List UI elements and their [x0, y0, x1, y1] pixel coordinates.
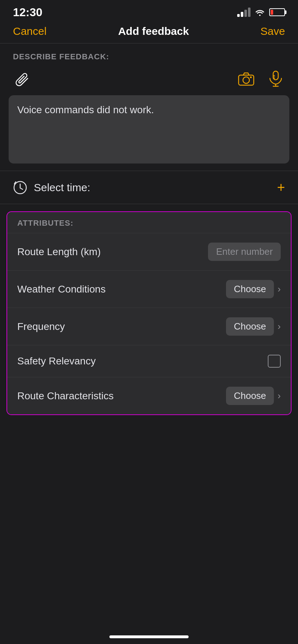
attribute-name-weather: Weather Conditions: [17, 284, 105, 295]
select-time-label: Select time:: [34, 181, 90, 194]
home-indicator: [109, 635, 189, 638]
toolbar-right: [237, 69, 285, 88]
signal-icon: [237, 8, 250, 17]
save-button[interactable]: Save: [261, 25, 285, 37]
voice-icon[interactable]: [266, 69, 285, 88]
attribute-name-frequency: Frequency: [17, 321, 65, 332]
wifi-icon: [255, 8, 265, 16]
attribute-row-route-char: Route Characteristics Choose ›: [7, 377, 291, 414]
safety-checkbox[interactable]: [268, 355, 281, 368]
battery-icon: [269, 8, 285, 16]
feedback-text-area[interactable]: Voice commands did not work.: [9, 95, 289, 164]
attachment-icon[interactable]: [13, 69, 32, 88]
chevron-right-icon: ›: [277, 284, 281, 295]
attribute-row-frequency: Frequency Choose ›: [7, 308, 291, 345]
status-bar: 12:30: [0, 0, 298, 22]
attributes-header: ATTRIBUTES:: [7, 212, 291, 233]
choose-weather-button[interactable]: Choose: [226, 280, 274, 298]
attributes-label: ATTRIBUTES:: [17, 218, 73, 227]
chevron-right-icon-3: ›: [277, 390, 281, 401]
attribute-row-weather: Weather Conditions Choose ›: [7, 271, 291, 308]
choose-frequency-button[interactable]: Choose: [226, 317, 274, 336]
attributes-section: ATTRIBUTES: Route Length (km) Enter numb…: [6, 211, 292, 415]
chevron-right-icon-2: ›: [277, 321, 281, 332]
attribute-name-route-length: Route Length (km): [17, 246, 101, 258]
describe-feedback-label: DESCRIBE FEEDBACK:: [13, 52, 109, 61]
attribute-row-safety: Safety Relevancy: [7, 345, 291, 377]
select-time-left: Select time:: [13, 180, 90, 195]
attribute-action-safety[interactable]: [268, 355, 281, 368]
feedback-text-content: Voice commands did not work.: [17, 104, 154, 115]
describe-feedback-section: DESCRIBE FEEDBACK:: [0, 43, 298, 66]
attribute-name-safety: Safety Relevancy: [17, 355, 96, 367]
attribute-action-route-char[interactable]: Choose ›: [226, 387, 281, 405]
toolbar-row: [0, 66, 298, 92]
svg-point-1: [243, 77, 249, 83]
cancel-button[interactable]: Cancel: [13, 25, 46, 37]
svg-point-2: [250, 77, 252, 78]
nav-bar: Cancel Add feedback Save: [0, 22, 298, 43]
attribute-action-weather[interactable]: Choose ›: [226, 280, 281, 298]
attribute-action-route-length[interactable]: Enter number: [208, 243, 281, 261]
attribute-action-frequency[interactable]: Choose ›: [226, 317, 281, 336]
clock-icon: [13, 180, 27, 195]
attribute-name-route-char: Route Characteristics: [17, 390, 114, 402]
camera-icon[interactable]: [237, 69, 256, 88]
attribute-row-route-length: Route Length (km) Enter number: [7, 233, 291, 271]
choose-route-char-button[interactable]: Choose: [226, 387, 274, 405]
select-time-row[interactable]: Select time: +: [0, 171, 298, 204]
page-title: Add feedback: [118, 25, 189, 37]
status-time: 12:30: [13, 6, 42, 19]
status-icons: [237, 8, 285, 17]
enter-number-button[interactable]: Enter number: [208, 243, 281, 261]
toolbar-left: [13, 69, 32, 88]
add-time-button[interactable]: +: [277, 180, 285, 195]
